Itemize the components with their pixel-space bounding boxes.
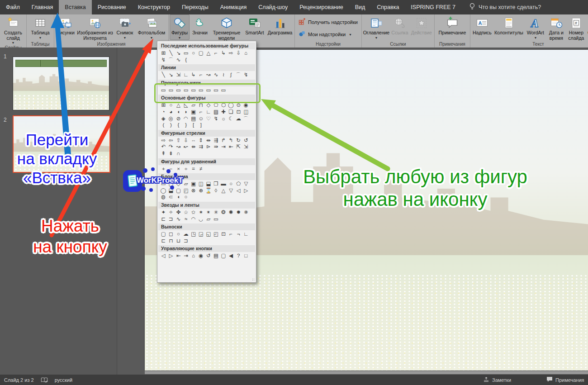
shape-item[interactable]: ○: [175, 231, 182, 238]
ribbon-button-chart[interactable]: Диаграмма: [266, 14, 294, 36]
tab-help[interactable]: Справка: [371, 0, 405, 14]
shape-item[interactable]: ◫: [242, 109, 250, 115]
shape-item[interactable]: ▭: [175, 87, 182, 94]
shape-item[interactable]: ▨: [212, 109, 220, 115]
shape-item[interactable]: ⌐: [197, 71, 205, 78]
shape-item[interactable]: ⇤: [175, 252, 182, 259]
shape-item[interactable]: △: [220, 187, 228, 194]
shape-item[interactable]: ↶: [160, 143, 167, 150]
shape-item[interactable]: ◗: [182, 109, 190, 115]
shape-item[interactable]: ↺: [205, 252, 213, 259]
shape-item[interactable]: ◔: [160, 109, 167, 115]
tab-transitions[interactable]: Переходы: [176, 0, 214, 14]
shape-item[interactable]: ∟: [242, 231, 250, 238]
comments-button[interactable]: Примечания: [546, 375, 584, 385]
shape-item[interactable]: ↯: [160, 57, 167, 63]
shape-item[interactable]: ▬: [220, 181, 228, 187]
ribbon-button-new-slide[interactable]: Создать слайд▼: [1, 14, 25, 45]
shape-item[interactable]: ▭: [212, 87, 220, 94]
shape-item[interactable]: ⊡: [235, 109, 242, 115]
shape-item[interactable]: ☺: [197, 115, 205, 122]
shape-item[interactable]: ⇲: [242, 143, 250, 150]
shape-item[interactable]: ↘: [175, 50, 182, 57]
shape-item[interactable]: ▭: [197, 87, 205, 94]
shape-item[interactable]: ≈: [182, 216, 190, 223]
shape-item[interactable]: ♡: [205, 115, 213, 122]
shape-item[interactable]: ◳: [190, 231, 197, 238]
shape-item[interactable]: ◉: [242, 102, 250, 109]
shape-item[interactable]: ▱: [190, 102, 197, 109]
shape-item[interactable]: ◁: [235, 187, 242, 194]
shape-item[interactable]: =: [190, 166, 197, 172]
shape-item[interactable]: ⊘: [175, 115, 182, 122]
tab-ispring[interactable]: ISPRING FREE 7: [405, 0, 461, 14]
shape-item[interactable]: ◡: [197, 216, 205, 223]
shape-item[interactable]: ↳: [190, 71, 197, 78]
shape-item[interactable]: ⌂: [242, 50, 250, 57]
shape-item[interactable]: ◉: [197, 252, 205, 259]
shape-item[interactable]: ▭: [182, 50, 190, 57]
ribbon-button-slide-number[interactable]: #Номер слайда: [566, 14, 586, 41]
shape-item[interactable]: ⬡: [220, 102, 228, 109]
shape-item[interactable]: ◱: [205, 231, 213, 238]
tab-home[interactable]: Главная: [26, 0, 59, 14]
shape-item[interactable]: ✺: [227, 209, 235, 216]
shape-item[interactable]: ◻: [167, 231, 175, 238]
shape-item[interactable]: ▱: [205, 216, 213, 223]
shape-item[interactable]: ◇: [205, 102, 213, 109]
shape-item[interactable]: ÷: [182, 166, 190, 172]
shape-item[interactable]: ?: [235, 252, 242, 259]
shape-item[interactable]: ↻: [235, 137, 242, 144]
shape-item[interactable]: ⊏: [160, 216, 167, 223]
shape-item[interactable]: ✵: [242, 209, 250, 216]
menu-resize-grip[interactable]: [252, 278, 255, 281]
slide-thumbnail-1[interactable]: [13, 57, 109, 110]
shape-item[interactable]: ⌐: [212, 50, 220, 57]
shape-item[interactable]: ✧: [167, 209, 175, 216]
shape-item[interactable]: ⊗: [190, 187, 197, 194]
shape-item[interactable]: ✦: [160, 209, 167, 216]
ribbon-button-icons[interactable]: Значки: [190, 14, 210, 36]
shape-item[interactable]: ↱: [220, 137, 228, 144]
shape-item[interactable]: ▭: [205, 87, 213, 94]
shape-item[interactable]: ▽: [242, 181, 250, 187]
shape-item[interactable]: ◊: [212, 187, 220, 194]
shape-item[interactable]: ⌒: [167, 57, 175, 63]
shape-item[interactable]: ▣: [190, 181, 197, 187]
shape-item[interactable]: ◠: [182, 115, 190, 122]
shape-item[interactable]: ☼: [220, 115, 228, 122]
shape-item[interactable]: ❐: [212, 181, 220, 187]
proofing-book-icon[interactable]: [41, 377, 48, 383]
shape-item[interactable]: ⇹: [205, 137, 213, 144]
tab-slideshow[interactable]: Слайд-шоу: [252, 0, 294, 14]
shape-item[interactable]: ◕: [167, 109, 175, 115]
shape-item[interactable]: ▢: [220, 252, 228, 259]
shape-item[interactable]: ∿: [175, 216, 182, 223]
ribbon-button-get-addins[interactable]: Получить надстройки: [299, 18, 358, 27]
ribbon-button-pictures[interactable]: Рисунки: [55, 14, 76, 36]
shape-item[interactable]: ↺: [242, 137, 250, 144]
shape-item[interactable]: ▭: [167, 87, 175, 94]
shape-item[interactable]: ⇕: [197, 137, 205, 144]
shape-item[interactable]: ○: [190, 50, 197, 57]
shape-item[interactable]: ʃ: [227, 71, 235, 78]
shape-item[interactable]: □: [242, 252, 250, 259]
shape-item[interactable]: ╲: [167, 50, 175, 57]
shape-item[interactable]: ⇨: [227, 50, 235, 57]
tab-animations[interactable]: Анимация: [214, 0, 253, 14]
notes-button[interactable]: Заметки: [483, 375, 511, 385]
shape-item[interactable]: ▭: [160, 87, 167, 94]
shape-item[interactable]: ⊐: [182, 238, 190, 244]
shape-item[interactable]: ◎: [167, 115, 175, 122]
tab-view[interactable]: Вид: [349, 0, 371, 14]
shape-item[interactable]: ⊏: [160, 238, 167, 244]
shape-item[interactable]: ⌒: [242, 115, 250, 122]
shape-item[interactable]: ⇔: [190, 137, 197, 144]
shape-item[interactable]: ⇶: [212, 137, 220, 144]
shape-item[interactable]: {: [175, 122, 182, 128]
shape-item[interactable]: ◀: [227, 252, 235, 259]
shape-item[interactable]: ◠: [190, 216, 197, 223]
shape-item[interactable]: ◍: [160, 194, 167, 200]
shape-item[interactable]: ◺: [182, 102, 190, 109]
shape-item[interactable]: (: [160, 122, 167, 128]
